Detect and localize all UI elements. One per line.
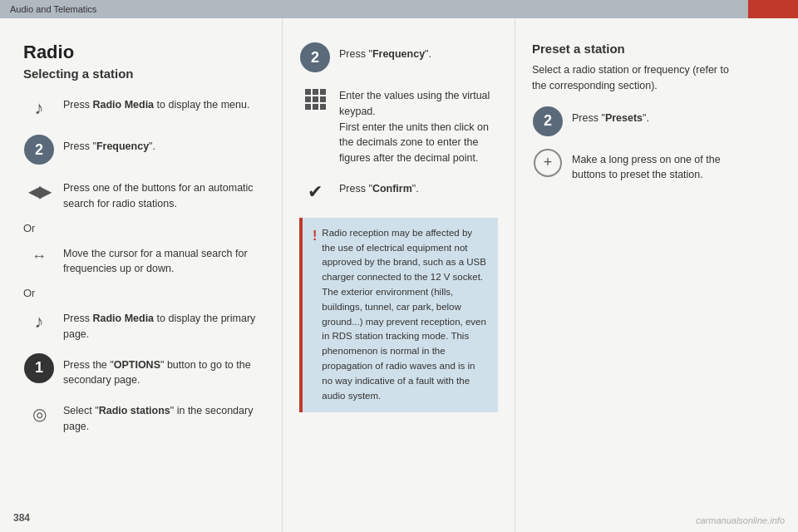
step-cursor-text: Move the cursor for a manual search for … [63,241,262,278]
step-options-text: Press the "OPTIONS" button to go to the … [63,352,262,389]
arrows-icon-box: ◀▶ [23,175,55,207]
step-confirm: ✔ Press "Confirm". [299,176,498,208]
step-options: 1 Press the "OPTIONS" button to go to th… [23,352,262,389]
cursor-icon-box: ↔ [23,241,55,273]
step-arrows: ◀▶ Press one of the buttons for an autom… [23,175,262,212]
content-area: Radio Selecting a station ♪ Press Radio … [0,18,798,532]
preset-desc: Select a radio station or frequency (ref… [532,62,732,94]
target-icon: ◎ [32,404,47,424]
step-presets: 2 Press "Presets". [532,106,732,137]
or-label-1: Or [23,222,262,234]
page-number: 384 [13,512,30,524]
or-label-2: Or [23,287,262,299]
circle-2: 2 [24,135,54,165]
cursor-icon: ↔ [32,248,47,265]
step-presets-text: Press "Presets". [572,106,649,126]
target-icon-box: ◎ [23,398,55,430]
music-icon-box: ♪ [23,92,55,124]
step-confirm-text: Press "Confirm". [339,176,419,197]
step-radio-media: ♪ Press Radio Media to display the menu. [23,92,262,124]
circle2-right-icon-box: 2 [532,106,564,137]
step-cursor: ↔ Move the cursor for a manual search fo… [23,241,262,278]
step-radio-stations: ◎ Select "Radio stations" in the seconda… [23,398,262,435]
header-bar: Audio and Telematics [0,0,798,18]
step-radio-stations-text: Select "Radio stations" in the secondary… [63,398,262,435]
music-icon-2: ♪ [35,311,44,332]
circle1-icon-box: 1 [23,352,55,384]
header-title: Audio and Telematics [10,4,96,14]
arrows-icon: ◀▶ [28,181,50,201]
music-icon: ♪ [35,97,44,119]
header-accent [748,0,798,18]
music-icon-box-2: ♪ [23,306,55,337]
check-icon: ✔ [308,181,323,203]
sub-title: Selecting a station [23,66,262,81]
step-frequency: 2 Press "Frequency". [23,134,262,165]
right-column: Preset a station Select a radio station … [515,18,748,532]
warning-text: Radio reception may be affected by the u… [322,226,488,404]
circle2-mid-icon-box: 2 [299,42,331,73]
step-arrows-text: Press one of the buttons for an automati… [63,175,262,212]
circle-2-right: 2 [533,106,563,136]
check-icon-box: ✔ [299,176,331,208]
step-freq-middle: 2 Press "Frequency". [299,42,498,73]
step-freq-middle-text: Press "Frequency". [339,42,431,62]
step-keypad: Enter the values using the virtual keypa… [299,83,498,166]
step-long-press: + Make a long press on one of the button… [532,147,732,184]
keypad-icon-box [299,83,331,115]
step-keypad-text: Enter the values using the virtual keypa… [339,83,498,166]
step-radio-media-2: ♪ Press Radio Media to display the prima… [23,306,262,342]
plus-circle-icon: + [534,149,562,177]
plus-icon-box: + [532,147,564,179]
left-column: Radio Selecting a station ♪ Press Radio … [0,18,283,532]
step-long-press-text: Make a long press on one of the buttons … [572,147,732,184]
watermark: carmanualsonline.info [696,515,785,525]
step-radio-media-2-text: Press Radio Media to display the primary… [63,306,262,342]
warning-box: ! Radio reception may be affected by the… [299,218,498,412]
warning-header: ! Radio reception may be affected by the… [313,226,488,404]
preset-title: Preset a station [532,42,732,56]
warning-icon: ! [313,226,317,247]
step-frequency-text: Press "Frequency". [63,134,155,155]
circle-1: 1 [24,353,54,383]
circle-2-mid: 2 [300,42,330,72]
keypad-icon [305,89,326,110]
section-title: Radio [23,42,262,63]
step-radio-media-text: Press Radio Media to display the menu. [63,92,249,113]
circle2-icon-box: 2 [23,134,55,165]
middle-column: 2 Press "Frequency". Enter the values us… [283,18,515,532]
